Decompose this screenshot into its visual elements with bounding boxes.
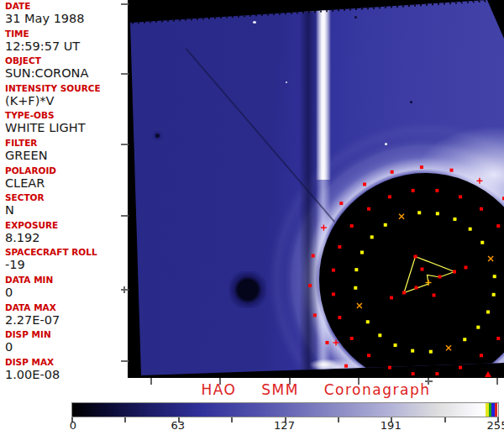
colorbar-tick <box>231 417 233 422</box>
inner-yellow-ring-dot <box>354 268 358 271</box>
fiducial-tick <box>123 286 125 293</box>
outer-red-ring-dot <box>344 364 348 368</box>
inner-yellow-ring-dot <box>463 338 466 341</box>
metadata-item: INTENSITY SOURCE(K+F)*V <box>5 83 128 111</box>
metadata-label: OBJECT <box>5 55 128 66</box>
fiducial-tick <box>358 378 360 385</box>
colorbar-tick <box>124 417 126 422</box>
metadata-label: TIME <box>5 29 128 39</box>
metadata-value: WHITE LIGHT <box>5 121 128 135</box>
metadata-item: DATA MAX2.27E-07 <box>5 302 128 330</box>
inner-yellow-ring-dot <box>360 251 364 254</box>
middle-red-ring-dot <box>459 195 462 198</box>
inner-yellow-ring-dot <box>469 228 472 231</box>
inner-yellow-ring-dot <box>476 326 480 329</box>
colorbar-tick <box>338 417 339 422</box>
inner-yellow-ring-dot <box>354 286 357 290</box>
polygon-vertex-dot <box>453 270 456 274</box>
outer-red-ring-dot <box>391 170 394 174</box>
metadata-value: CLEAR <box>5 176 128 191</box>
metadata-value: 0 <box>5 286 128 300</box>
middle-red-ring-dot <box>350 224 354 228</box>
middle-red-ring-dot <box>435 372 438 375</box>
outer-red-ring-dot <box>313 313 317 317</box>
polygon-vertex-dot <box>414 255 417 259</box>
metadata-label: TYPE-OBS <box>5 110 128 120</box>
metadata-label: DISP MIN <box>5 329 128 339</box>
metadata-label: DISP MAX <box>5 357 128 367</box>
metadata-item: SECTORN <box>5 192 128 220</box>
metadata-label: SPACECRAFT ROLL <box>5 247 128 257</box>
middle-red-ring-dot <box>496 224 500 228</box>
colorbar-tick-label: 127 <box>274 419 295 430</box>
middle-red-ring-dot <box>435 189 438 192</box>
inner-yellow-ring-dot <box>394 343 397 347</box>
fiducial-tick <box>121 215 129 217</box>
outer-red-ring-dot <box>363 182 366 186</box>
scatter-dot <box>421 268 424 271</box>
pointing-overlay <box>128 0 504 378</box>
metadata-item: DATA MIN0 <box>5 275 128 302</box>
metadata-item: DISP MAX1.00E-08 <box>5 357 128 385</box>
middle-red-ring-dot <box>480 354 483 357</box>
metadata-value: 1.00E-08 <box>5 368 128 382</box>
middle-red-ring-dot <box>367 354 370 357</box>
metadata-label: SECTOR <box>5 192 128 202</box>
polygon-vertex-dot <box>415 286 418 290</box>
fiducial-tick <box>219 378 221 385</box>
inner-yellow-ring-dot <box>417 211 421 214</box>
metadata-item: POLAROIDCLEAR <box>5 165 128 193</box>
inner-yellow-ring-dot <box>378 333 381 337</box>
scatter-dot <box>433 294 436 297</box>
colorbar-tick-label: 255 <box>487 419 504 430</box>
middle-red-ring-dot <box>388 366 391 370</box>
fiducial-tick <box>121 73 129 75</box>
metadata-label: DATA MIN <box>5 275 128 285</box>
pointing-polygon <box>404 257 454 293</box>
fiducial-tick <box>425 380 433 382</box>
inner-yellow-ring-dot <box>486 310 490 313</box>
metadata-value: (K+F)*V <box>5 94 128 108</box>
inner-yellow-ring-dot <box>453 218 456 221</box>
metadata-value: 8.192 <box>5 231 128 245</box>
outer-red-ring-dot <box>420 165 423 169</box>
middle-red-ring-dot <box>459 366 462 370</box>
metadata-item: DATE31 May 1988 <box>5 1 128 29</box>
metadata-label: FILTER <box>5 138 128 148</box>
metadata-label: INTENSITY SOURCE <box>5 83 128 93</box>
outer-red-ring-dot <box>308 284 312 287</box>
metadata-item: EXPOSURE8.192 <box>5 220 128 248</box>
inner-yellow-ring-dot <box>429 350 433 354</box>
triangle-marker <box>485 371 491 377</box>
outer-red-ring-dot <box>339 202 343 205</box>
metadata-label: DATA MAX <box>5 302 128 312</box>
metadata-item: TIME12:59:57 UT <box>5 29 128 56</box>
metadata-item: DISP MIN0 <box>5 329 128 357</box>
scatter-dot <box>390 296 393 300</box>
metadata-value: 0 <box>5 340 128 354</box>
metadata-label: DATE <box>5 1 128 11</box>
colorbar-tick-label: 191 <box>381 419 402 430</box>
polygon-vertex-dot <box>438 275 442 279</box>
middle-red-ring-dot <box>338 245 341 249</box>
metadata-value: N <box>5 203 128 218</box>
colorbar-tick-label: 63 <box>171 419 185 430</box>
scatter-dot <box>465 266 468 270</box>
metadata-value: 2.27E-07 <box>5 313 128 328</box>
middle-red-ring-dot <box>338 316 341 319</box>
outer-red-ring-dot <box>450 169 454 172</box>
colorbar-tick <box>444 417 446 422</box>
middle-red-ring-dot <box>496 337 500 340</box>
coronagraph-image-area <box>128 0 504 378</box>
metadata-value: -19 <box>5 258 128 272</box>
metadata-sidebar: DATE31 May 1988TIME12:59:57 UTOBJECTSUN:… <box>0 0 128 386</box>
fiducial-tick <box>121 144 129 145</box>
middle-red-ring-dot <box>350 337 354 340</box>
middle-red-ring-dot <box>412 372 415 375</box>
middle-red-ring-dot <box>332 292 335 296</box>
metadata-label: EXPOSURE <box>5 220 128 230</box>
middle-red-ring-dot <box>388 195 391 198</box>
inner-yellow-ring-dot <box>436 212 439 215</box>
middle-red-ring-dot <box>412 189 415 192</box>
fiducial-tick <box>150 378 152 385</box>
